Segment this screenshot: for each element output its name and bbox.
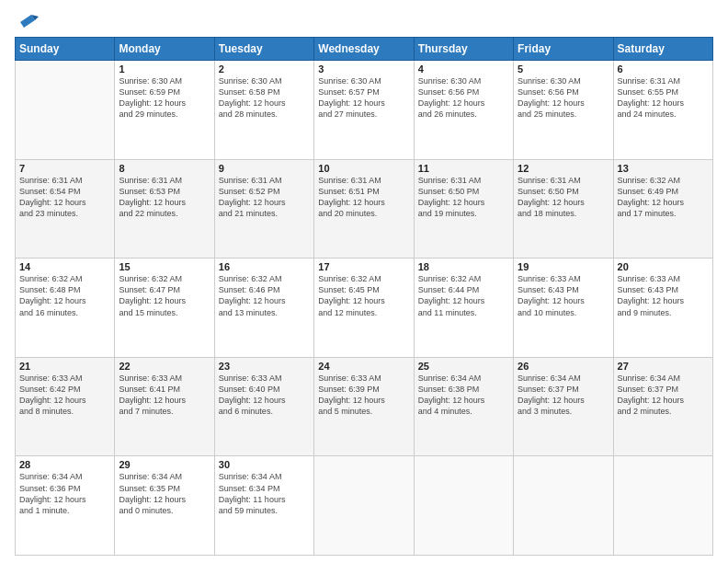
calendar-cell: 5Sunrise: 6:30 AM Sunset: 6:56 PM Daylig…: [514, 61, 613, 160]
day-info: Sunrise: 6:32 AM Sunset: 6:47 PM Dayligh…: [119, 273, 210, 318]
calendar-cell: 25Sunrise: 6:34 AM Sunset: 6:38 PM Dayli…: [414, 357, 513, 456]
day-info: Sunrise: 6:34 AM Sunset: 6:37 PM Dayligh…: [518, 373, 609, 418]
calendar-cell: 10Sunrise: 6:31 AM Sunset: 6:51 PM Dayli…: [314, 159, 414, 259]
day-header-friday: Friday: [514, 38, 613, 61]
day-number: 27: [618, 361, 709, 372]
day-number: 7: [19, 163, 110, 174]
day-info: Sunrise: 6:31 AM Sunset: 6:54 PM Dayligh…: [19, 175, 110, 220]
calendar-cell: 14Sunrise: 6:32 AM Sunset: 6:48 PM Dayli…: [16, 259, 115, 358]
calendar-cell: 30Sunrise: 6:34 AM Sunset: 6:34 PM Dayli…: [214, 456, 313, 556]
day-info: Sunrise: 6:31 AM Sunset: 6:50 PM Dayligh…: [418, 175, 509, 220]
calendar-cell: 18Sunrise: 6:32 AM Sunset: 6:44 PM Dayli…: [414, 259, 513, 358]
day-number: 21: [19, 361, 110, 372]
calendar-cell: 29Sunrise: 6:34 AM Sunset: 6:35 PM Dayli…: [115, 456, 214, 556]
day-info: Sunrise: 6:32 AM Sunset: 6:44 PM Dayligh…: [418, 273, 509, 318]
day-info: Sunrise: 6:30 AM Sunset: 6:59 PM Dayligh…: [119, 75, 210, 121]
day-info: Sunrise: 6:32 AM Sunset: 6:46 PM Dayligh…: [219, 273, 310, 318]
day-number: 15: [119, 261, 210, 272]
page: SundayMondayTuesdayWednesdayThursdayFrid…: [0, 0, 728, 563]
day-number: 10: [318, 163, 409, 174]
calendar-cell: 4Sunrise: 6:30 AM Sunset: 6:56 PM Daylig…: [414, 61, 513, 160]
day-number: 24: [318, 361, 409, 372]
day-info: Sunrise: 6:34 AM Sunset: 6:34 PM Dayligh…: [219, 471, 310, 516]
calendar-cell: [16, 61, 115, 160]
day-number: 6: [618, 63, 709, 75]
day-number: 11: [418, 163, 509, 174]
calendar-cell: [314, 456, 414, 556]
day-info: Sunrise: 6:30 AM Sunset: 6:57 PM Dayligh…: [318, 75, 409, 121]
day-number: 14: [19, 261, 110, 272]
calendar-cell: 21Sunrise: 6:33 AM Sunset: 6:42 PM Dayli…: [16, 357, 115, 456]
calendar-cell: 26Sunrise: 6:34 AM Sunset: 6:37 PM Dayli…: [514, 357, 613, 456]
day-info: Sunrise: 6:33 AM Sunset: 6:40 PM Dayligh…: [219, 373, 310, 418]
day-number: 18: [418, 261, 509, 272]
day-number: 1: [119, 63, 210, 75]
day-info: Sunrise: 6:32 AM Sunset: 6:45 PM Dayligh…: [318, 273, 409, 318]
calendar-cell: 22Sunrise: 6:33 AM Sunset: 6:41 PM Dayli…: [115, 357, 214, 456]
calendar-table: SundayMondayTuesdayWednesdayThursdayFrid…: [15, 37, 713, 556]
day-info: Sunrise: 6:31 AM Sunset: 6:53 PM Dayligh…: [119, 175, 210, 220]
day-info: Sunrise: 6:32 AM Sunset: 6:49 PM Dayligh…: [618, 175, 709, 220]
calendar-cell: [514, 456, 613, 556]
day-info: Sunrise: 6:30 AM Sunset: 6:56 PM Dayligh…: [518, 75, 609, 121]
day-number: 16: [219, 261, 310, 272]
day-header-monday: Monday: [115, 38, 214, 61]
day-header-sunday: Sunday: [16, 38, 115, 61]
logo: [15, 11, 39, 31]
day-number: 13: [618, 163, 709, 174]
day-info: Sunrise: 6:30 AM Sunset: 6:58 PM Dayligh…: [219, 75, 310, 121]
day-info: Sunrise: 6:34 AM Sunset: 6:36 PM Dayligh…: [19, 471, 110, 516]
day-info: Sunrise: 6:31 AM Sunset: 6:52 PM Dayligh…: [219, 175, 310, 220]
day-number: 22: [119, 361, 210, 372]
day-info: Sunrise: 6:30 AM Sunset: 6:56 PM Dayligh…: [418, 75, 509, 121]
day-number: 30: [219, 459, 310, 470]
day-number: 25: [418, 361, 509, 372]
calendar-cell: 1Sunrise: 6:30 AM Sunset: 6:59 PM Daylig…: [115, 61, 214, 160]
day-number: 5: [518, 63, 609, 75]
day-number: 20: [618, 261, 709, 272]
day-info: Sunrise: 6:33 AM Sunset: 6:42 PM Dayligh…: [19, 373, 110, 418]
day-number: 12: [518, 163, 609, 174]
day-info: Sunrise: 6:34 AM Sunset: 6:37 PM Dayligh…: [618, 373, 709, 418]
day-info: Sunrise: 6:31 AM Sunset: 6:55 PM Dayligh…: [618, 75, 709, 121]
day-info: Sunrise: 6:33 AM Sunset: 6:43 PM Dayligh…: [618, 273, 709, 318]
day-info: Sunrise: 6:34 AM Sunset: 6:38 PM Dayligh…: [418, 373, 509, 418]
logo-icon: [18, 11, 39, 31]
day-header-thursday: Thursday: [414, 38, 513, 61]
day-info: Sunrise: 6:33 AM Sunset: 6:43 PM Dayligh…: [518, 273, 609, 318]
calendar-cell: 15Sunrise: 6:32 AM Sunset: 6:47 PM Dayli…: [115, 259, 214, 358]
calendar-cell: 16Sunrise: 6:32 AM Sunset: 6:46 PM Dayli…: [214, 259, 313, 358]
day-number: 3: [318, 63, 409, 75]
day-number: 17: [318, 261, 409, 272]
calendar-cell: 2Sunrise: 6:30 AM Sunset: 6:58 PM Daylig…: [214, 61, 313, 160]
day-info: Sunrise: 6:32 AM Sunset: 6:48 PM Dayligh…: [19, 273, 110, 318]
day-number: 26: [518, 361, 609, 372]
day-number: 19: [518, 261, 609, 272]
calendar-cell: 17Sunrise: 6:32 AM Sunset: 6:45 PM Dayli…: [314, 259, 414, 358]
day-header-saturday: Saturday: [613, 38, 712, 61]
calendar-cell: 13Sunrise: 6:32 AM Sunset: 6:49 PM Dayli…: [613, 159, 712, 259]
day-info: Sunrise: 6:33 AM Sunset: 6:39 PM Dayligh…: [318, 373, 409, 418]
calendar-cell: [613, 456, 712, 556]
calendar-cell: 9Sunrise: 6:31 AM Sunset: 6:52 PM Daylig…: [214, 159, 313, 259]
day-header-wednesday: Wednesday: [314, 38, 414, 61]
header: [15, 11, 713, 31]
calendar-cell: 11Sunrise: 6:31 AM Sunset: 6:50 PM Dayli…: [414, 159, 513, 259]
day-number: 8: [119, 163, 210, 174]
day-info: Sunrise: 6:34 AM Sunset: 6:35 PM Dayligh…: [119, 471, 210, 516]
calendar-cell: [414, 456, 513, 556]
calendar-cell: 27Sunrise: 6:34 AM Sunset: 6:37 PM Dayli…: [613, 357, 712, 456]
calendar-cell: 19Sunrise: 6:33 AM Sunset: 6:43 PM Dayli…: [514, 259, 613, 358]
calendar-cell: 6Sunrise: 6:31 AM Sunset: 6:55 PM Daylig…: [613, 61, 712, 160]
day-info: Sunrise: 6:31 AM Sunset: 6:51 PM Dayligh…: [318, 175, 409, 220]
day-number: 4: [418, 63, 509, 75]
day-number: 2: [219, 63, 310, 75]
calendar-cell: 24Sunrise: 6:33 AM Sunset: 6:39 PM Dayli…: [314, 357, 414, 456]
calendar-cell: 20Sunrise: 6:33 AM Sunset: 6:43 PM Dayli…: [613, 259, 712, 358]
day-number: 29: [119, 459, 210, 470]
day-number: 23: [219, 361, 310, 372]
calendar-cell: 7Sunrise: 6:31 AM Sunset: 6:54 PM Daylig…: [16, 159, 115, 259]
calendar-cell: 8Sunrise: 6:31 AM Sunset: 6:53 PM Daylig…: [115, 159, 214, 259]
calendar-cell: 3Sunrise: 6:30 AM Sunset: 6:57 PM Daylig…: [314, 61, 414, 160]
day-info: Sunrise: 6:33 AM Sunset: 6:41 PM Dayligh…: [119, 373, 210, 418]
